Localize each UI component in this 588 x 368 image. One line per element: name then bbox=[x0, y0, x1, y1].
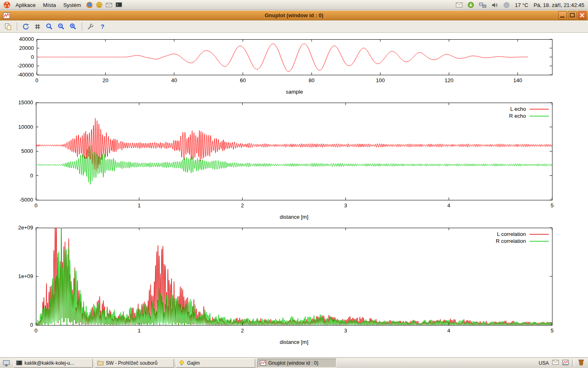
grid-icon[interactable] bbox=[33, 22, 42, 31]
svg-text:0: 0 bbox=[30, 173, 33, 179]
task-label: Gnuplot (window id : 0) bbox=[268, 360, 318, 366]
svg-text:140: 140 bbox=[513, 77, 522, 83]
svg-text:20: 20 bbox=[102, 77, 108, 83]
svg-text:sample: sample bbox=[286, 89, 303, 95]
zoom-reset-icon[interactable] bbox=[45, 22, 54, 31]
minimize-button[interactable] bbox=[558, 11, 567, 20]
volume-icon[interactable] bbox=[490, 0, 499, 9]
task-label: kaklik@kaklik-kolej-u... bbox=[24, 360, 74, 366]
menu-places[interactable]: Místa bbox=[40, 1, 59, 9]
config-icon[interactable] bbox=[86, 22, 96, 31]
svg-text:15000: 15000 bbox=[18, 99, 33, 105]
svg-text:60: 60 bbox=[240, 77, 246, 83]
gajim-icon bbox=[178, 360, 185, 366]
zoom-in-icon[interactable] bbox=[68, 22, 78, 31]
network-icon[interactable] bbox=[478, 0, 487, 9]
weather-icon[interactable] bbox=[502, 0, 511, 9]
plot-3[interactable]: 01234501e+092e+09distance [m]L correlati… bbox=[0, 222, 588, 348]
svg-text:-5000: -5000 bbox=[20, 197, 33, 203]
clock[interactable]: Pá, 18. září, 21:42:45 bbox=[532, 2, 586, 8]
svg-text:?: ? bbox=[100, 23, 104, 30]
taskbar: kaklik@kaklik-kolej-u... SW - Prohlížeč … bbox=[0, 357, 588, 368]
svg-text:0: 0 bbox=[31, 54, 34, 60]
svg-text:L echo: L echo bbox=[510, 106, 526, 112]
svg-text:80: 80 bbox=[309, 77, 314, 83]
gnuplot-canvas[interactable]: 020406080100120140-40000-200000200004000… bbox=[0, 33, 588, 357]
mail-icon[interactable] bbox=[552, 359, 559, 366]
svg-text:1e+09: 1e+09 bbox=[18, 273, 33, 279]
svg-text:3: 3 bbox=[344, 328, 347, 334]
help-icon[interactable]: ? bbox=[98, 22, 107, 31]
mail-icon[interactable] bbox=[454, 0, 463, 9]
chart-icon[interactable] bbox=[562, 359, 569, 367]
task-button-file-browser[interactable]: SW - Prohlížeč souborů bbox=[95, 359, 174, 368]
plot-2[interactable]: 012345-5000050001000015000distance [m]L … bbox=[0, 98, 588, 222]
svg-text:0: 0 bbox=[35, 77, 38, 83]
zoom-out-icon[interactable] bbox=[56, 22, 66, 31]
maximize-button[interactable] bbox=[568, 11, 577, 20]
plot-1[interactable]: 020406080100120140-40000-200000200004000… bbox=[0, 35, 588, 96]
svg-text:40: 40 bbox=[171, 77, 177, 83]
svg-text:1: 1 bbox=[138, 202, 140, 209]
terminal-icon bbox=[16, 360, 22, 366]
task-label: SW - Prohlížeč souborů bbox=[106, 360, 158, 366]
mail-launcher-icon[interactable] bbox=[105, 0, 114, 9]
update-icon[interactable] bbox=[466, 0, 475, 9]
svg-text:R correlation: R correlation bbox=[496, 238, 526, 244]
window-title: Gnuplot (window id : 0) bbox=[265, 12, 323, 18]
svg-text:5: 5 bbox=[550, 202, 553, 209]
svg-text:4: 4 bbox=[448, 202, 450, 209]
svg-text:L correlation: L correlation bbox=[497, 231, 526, 237]
task-button-gajim[interactable]: Gajim bbox=[176, 359, 255, 368]
svg-text:distance [m]: distance [m] bbox=[280, 214, 308, 220]
app-launcher-icon[interactable] bbox=[95, 0, 104, 9]
gnuplot-toolbar: ? bbox=[0, 21, 588, 33]
refresh-icon[interactable] bbox=[21, 22, 31, 31]
svg-text:20000: 20000 bbox=[19, 45, 34, 51]
menu-system[interactable]: Systém bbox=[60, 1, 84, 9]
svg-text:-40000: -40000 bbox=[18, 72, 34, 78]
svg-text:4: 4 bbox=[448, 328, 450, 334]
svg-text:120: 120 bbox=[445, 77, 454, 83]
trash-icon[interactable] bbox=[577, 359, 585, 367]
svg-text:2: 2 bbox=[241, 202, 244, 209]
task-button-gnuplot[interactable]: Gnuplot (window id : 0) bbox=[257, 359, 336, 368]
svg-text:5000: 5000 bbox=[21, 148, 33, 154]
svg-text:-20000: -20000 bbox=[18, 63, 34, 69]
copy-icon[interactable] bbox=[3, 22, 13, 31]
svg-text:10000: 10000 bbox=[18, 124, 33, 130]
firefox-icon[interactable] bbox=[85, 0, 94, 9]
svg-text:0: 0 bbox=[30, 322, 33, 328]
svg-text:100: 100 bbox=[376, 77, 385, 83]
close-button[interactable] bbox=[578, 11, 586, 20]
window-titlebar[interactable]: Gnuplot (window id : 0) bbox=[0, 11, 588, 20]
show-desktop-icon[interactable] bbox=[2, 358, 11, 368]
task-label: Gajim bbox=[187, 360, 200, 366]
svg-text:0: 0 bbox=[34, 202, 37, 209]
keyboard-layout-indicator[interactable]: USA bbox=[539, 360, 549, 366]
svg-text:distance [m]: distance [m] bbox=[280, 339, 308, 345]
svg-text:2e+09: 2e+09 bbox=[18, 224, 33, 231]
ubuntu-logo-icon[interactable] bbox=[2, 0, 11, 9]
toolbar-separator bbox=[17, 22, 17, 31]
toolbar-separator bbox=[82, 22, 82, 31]
top-panel: Aplikace Místa Systém 17 °C Pá, 18. září… bbox=[0, 0, 588, 10]
svg-text:3: 3 bbox=[344, 202, 347, 209]
svg-text:40000: 40000 bbox=[19, 36, 34, 42]
svg-text:1: 1 bbox=[138, 328, 140, 334]
temperature-label[interactable]: 17 °C bbox=[514, 2, 530, 8]
tray-separator bbox=[572, 359, 574, 367]
gnuplot-icon bbox=[260, 360, 266, 366]
svg-text:2: 2 bbox=[241, 328, 244, 334]
svg-text:R echo: R echo bbox=[509, 113, 526, 119]
gnuplot-window-icon bbox=[3, 12, 10, 19]
folder-icon bbox=[97, 360, 104, 366]
terminal-launcher-icon[interactable] bbox=[114, 0, 123, 9]
svg-text:5: 5 bbox=[550, 328, 553, 334]
svg-text:0: 0 bbox=[34, 328, 37, 334]
task-button-terminal[interactable]: kaklik@kaklik-kolej-u... bbox=[13, 359, 93, 368]
menu-applications[interactable]: Aplikace bbox=[12, 1, 39, 9]
